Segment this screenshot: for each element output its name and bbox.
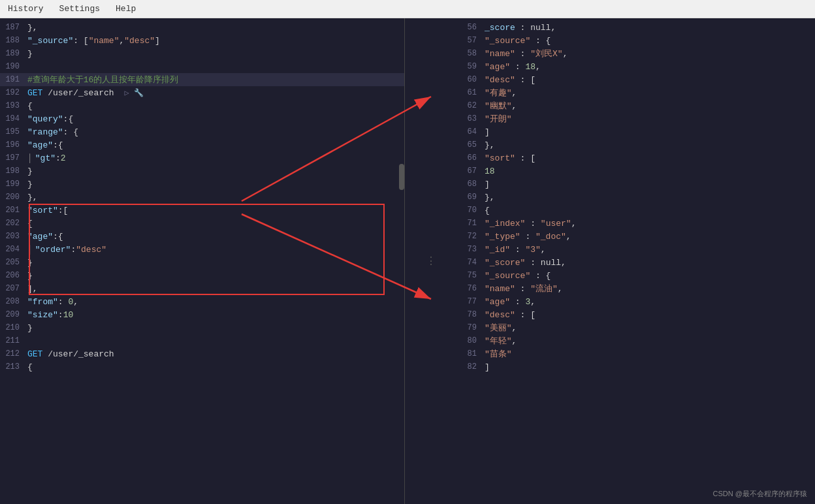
- code-line-213: 213 {: [0, 360, 404, 373]
- result-line-num-67: 67: [458, 166, 482, 176]
- line-num-212: 212: [1, 349, 25, 358]
- menu-help[interactable]: Help: [113, 3, 138, 15]
- result-line-num-66: 66: [458, 153, 482, 163]
- result-line-num-75: 75: [458, 271, 482, 280]
- result-line-79: 79 "美丽",: [457, 321, 815, 334]
- code-line-212: 212 GET /user/_search: [0, 347, 404, 360]
- result-line-num-58: 58: [458, 49, 482, 58]
- right-panel: 56 _score : null, 57 "_source" : { 58 "n…: [457, 18, 815, 504]
- code-line-205: 205 }: [0, 256, 404, 269]
- result-line-num-69: 69: [458, 193, 482, 202]
- result-line-78: 78 "desc" : [: [457, 308, 815, 321]
- result-line-num-72: 72: [458, 232, 482, 241]
- result-line-75: 75 "_source" : {: [457, 269, 815, 282]
- result-line-num-81: 81: [458, 349, 482, 358]
- red-box-section: 201 "sort":[ 202 { 203 "age":{: [0, 204, 404, 295]
- code-line-206: 206 }: [0, 269, 404, 282]
- result-line-60: 60 "desc" : [: [457, 73, 815, 86]
- result-line-num-61: 61: [458, 88, 482, 97]
- watermark: CSDN @最不会程序的程序猿: [713, 489, 807, 499]
- line-num-199: 199: [1, 180, 25, 189]
- result-line-num-70: 70: [458, 206, 482, 215]
- result-line-num-82: 82: [458, 362, 482, 371]
- menu-history[interactable]: History: [5, 3, 46, 15]
- code-line-189: 189 }: [0, 47, 404, 60]
- left-scrollbar[interactable]: [399, 164, 404, 190]
- code-area-left: 187 }, 188 "_source": ["name","desc"] 18…: [0, 18, 404, 376]
- line-num-198: 198: [1, 166, 25, 176]
- result-line-80: 80 "年轻",: [457, 334, 815, 347]
- result-line-num-71: 71: [458, 219, 482, 228]
- result-line-64: 64 ]: [457, 125, 815, 138]
- line-num-197: 197: [1, 153, 25, 163]
- result-line-65: 65 },: [457, 138, 815, 151]
- result-line-num-56: 56: [458, 23, 482, 32]
- result-line-num-68: 68: [458, 180, 482, 189]
- result-line-num-79: 79: [458, 323, 482, 332]
- line-num-205: 205: [1, 258, 25, 267]
- line-num-202: 202: [1, 219, 25, 228]
- code-line-187: 187 },: [0, 21, 404, 34]
- code-line-193: 193 {: [0, 99, 404, 112]
- result-line-num-64: 64: [458, 127, 482, 136]
- line-num-204: 204: [1, 245, 25, 254]
- code-line-197: 197 │"gt":2: [0, 151, 404, 165]
- line-num-191: 191: [1, 75, 25, 84]
- result-line-62: 62 "幽默",: [457, 99, 815, 112]
- code-line-204: 204 │"order":"desc": [0, 243, 404, 256]
- line-num-211: 211: [1, 336, 25, 345]
- result-line-82: 82 ]: [457, 360, 815, 373]
- result-line-63: 63 "开朗": [457, 112, 815, 125]
- code-line-191: 191 #查询年龄大于16的人且按年龄降序排列: [0, 73, 404, 86]
- code-line-188: 188 "_source": ["name","desc"]: [0, 34, 404, 47]
- result-line-num-65: 65: [458, 140, 482, 150]
- code-line-195: 195 "range": {: [0, 125, 404, 138]
- result-line-num-62: 62: [458, 101, 482, 110]
- line-num-187: 187: [1, 23, 25, 32]
- code-line-209: 209 "size":10: [0, 308, 404, 321]
- code-line-200: 200 },: [0, 191, 404, 204]
- result-line-69: 69 },: [457, 191, 815, 204]
- line-num-209: 209: [1, 310, 25, 319]
- result-line-72: 72 "_type" : "_doc",: [457, 230, 815, 243]
- code-line-201: 201 "sort":[: [0, 204, 404, 217]
- result-line-num-63: 63: [458, 114, 482, 123]
- code-line-198: 198 }: [0, 165, 404, 178]
- line-num-193: 193: [1, 101, 25, 110]
- left-panel: 187 }, 188 "_source": ["name","desc"] 18…: [0, 18, 405, 504]
- line-num-188: 188: [1, 36, 25, 45]
- result-line-71: 71 "_index" : "user",: [457, 217, 815, 230]
- result-line-73: 73 "_id" : "3",: [457, 243, 815, 256]
- result-line-67: 67 18: [457, 165, 815, 178]
- line-num-200: 200: [1, 193, 25, 202]
- line-num-192: 192: [1, 88, 25, 97]
- line-num-189: 189: [1, 49, 25, 58]
- middle-separator: ⋮: [405, 18, 457, 504]
- menu-settings[interactable]: Settings: [57, 3, 103, 15]
- line-num-201: 201: [1, 206, 25, 215]
- result-line-56: 56 _score : null,: [457, 21, 815, 34]
- result-line-76: 76 "name" : "流油",: [457, 282, 815, 295]
- result-line-num-76: 76: [458, 284, 482, 293]
- code-line-207: 207 ],: [0, 282, 404, 295]
- line-num-210: 210: [1, 323, 25, 332]
- code-area-right: 56 _score : null, 57 "_source" : { 58 "n…: [457, 18, 815, 376]
- result-line-59: 59 "age" : 18,: [457, 60, 815, 73]
- line-num-206: 206: [1, 271, 25, 280]
- code-line-202: 202 {: [0, 217, 404, 230]
- result-line-num-57: 57: [458, 36, 482, 45]
- result-line-68: 68 ]: [457, 178, 815, 191]
- result-line-num-73: 73: [458, 245, 482, 254]
- result-line-num-59: 59: [458, 62, 482, 71]
- code-line-194: 194 "query":{: [0, 112, 404, 125]
- code-line-210: 210 }: [0, 321, 404, 334]
- code-line-211: 211: [0, 334, 404, 347]
- result-line-74: 74 "_score" : null,: [457, 256, 815, 269]
- line-num-213: 213: [1, 362, 25, 371]
- line-num-194: 194: [1, 114, 25, 123]
- code-line-203: 203 "age":{: [0, 230, 404, 243]
- code-line-208: 208 "from": 0,: [0, 295, 404, 308]
- main-content: 187 }, 188 "_source": ["name","desc"] 18…: [0, 18, 815, 504]
- result-line-num-80: 80: [458, 336, 482, 345]
- result-line-66: 66 "sort" : [: [457, 151, 815, 165]
